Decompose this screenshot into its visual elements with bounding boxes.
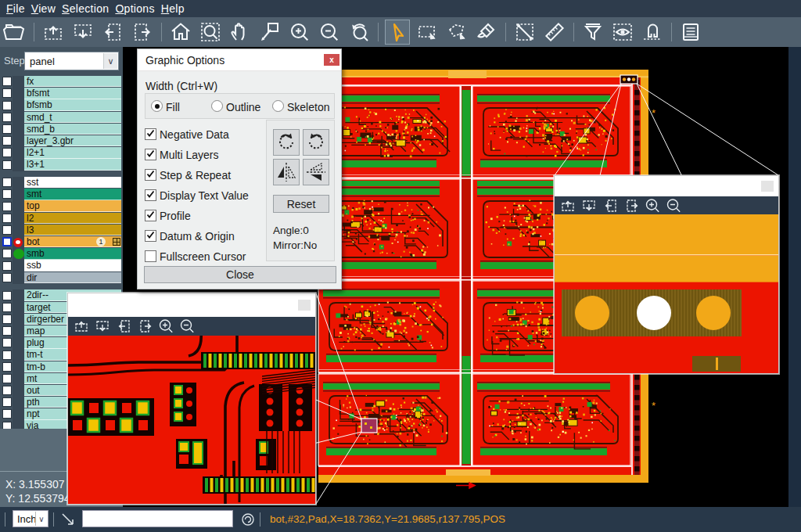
svg-text:*: *	[652, 400, 656, 412]
svg-text:*: *	[652, 107, 656, 119]
